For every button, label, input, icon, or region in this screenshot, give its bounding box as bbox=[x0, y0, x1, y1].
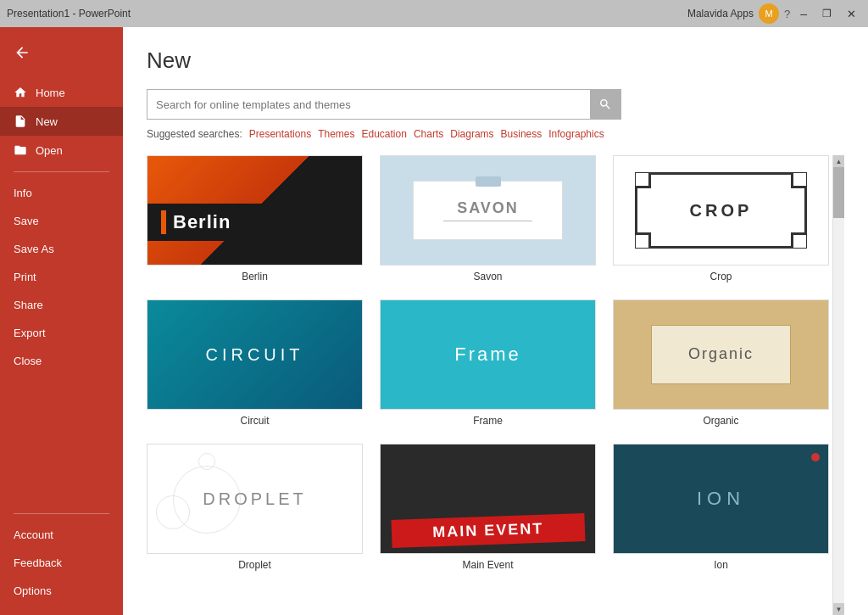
sidebar-item-share[interactable]: Share bbox=[0, 291, 123, 319]
help-button[interactable]: ? bbox=[784, 8, 790, 20]
sidebar-item-home-label: Home bbox=[36, 87, 65, 99]
frame-preview: Frame bbox=[381, 300, 595, 409]
sidebar-item-open[interactable]: Open bbox=[0, 136, 123, 165]
template-card-circuit[interactable]: CIRCUIT Circuit bbox=[147, 299, 363, 427]
sidebar-item-new-label: New bbox=[36, 115, 58, 128]
template-card-berlin[interactable]: Berlin Berlin bbox=[147, 155, 363, 282]
template-card-droplet[interactable]: DROPLET Droplet bbox=[147, 444, 363, 571]
sidebar-item-info[interactable]: Info bbox=[0, 179, 123, 207]
template-name-ion: Ion bbox=[714, 559, 728, 571]
template-name-circuit: Circuit bbox=[240, 415, 269, 427]
scrollbar: ▲ ▼ bbox=[832, 155, 844, 615]
scroll-up-button[interactable]: ▲ bbox=[833, 155, 845, 167]
suggested-link-themes[interactable]: Themes bbox=[318, 128, 354, 140]
close-button[interactable]: ✕ bbox=[842, 8, 861, 20]
sidebar-item-save-label: Save bbox=[14, 215, 39, 227]
template-thumb-berlin: Berlin bbox=[147, 155, 363, 266]
template-card-ion[interactable]: ION Ion bbox=[613, 444, 829, 571]
template-thumb-droplet: DROPLET bbox=[147, 444, 363, 554]
sidebar-item-saveas[interactable]: Save As bbox=[0, 235, 123, 263]
ion-label: ION bbox=[697, 488, 745, 510]
sidebar-item-home[interactable]: Home bbox=[0, 78, 123, 107]
suggested-link-education[interactable]: Education bbox=[362, 128, 407, 140]
maximize-button[interactable]: ❐ bbox=[817, 8, 837, 20]
suggested-link-infographics[interactable]: Infographics bbox=[548, 128, 604, 140]
organic-preview: Organic bbox=[614, 300, 828, 409]
sidebar-divider-bottom bbox=[14, 513, 109, 514]
suggested-link-charts[interactable]: Charts bbox=[414, 128, 443, 140]
search-input[interactable] bbox=[147, 98, 590, 111]
ion-dot bbox=[811, 453, 820, 461]
template-card-organic[interactable]: Organic Organic bbox=[613, 299, 829, 427]
template-card-mainevent[interactable]: MAIN EVENT Main Event bbox=[380, 444, 596, 571]
berlin-label: Berlin bbox=[173, 211, 231, 233]
sidebar-item-save[interactable]: Save bbox=[0, 207, 123, 235]
mainevent-preview: MAIN EVENT bbox=[381, 444, 595, 553]
new-icon bbox=[14, 115, 27, 128]
droplet-circle-3 bbox=[198, 453, 215, 470]
search-icon bbox=[598, 98, 612, 111]
template-thumb-ion: ION bbox=[613, 444, 829, 554]
template-thumb-circuit: CIRCUIT bbox=[147, 299, 363, 410]
sidebar-item-close[interactable]: Close bbox=[0, 347, 123, 375]
scroll-down-button[interactable]: ▼ bbox=[833, 603, 845, 615]
minimize-button[interactable]: – bbox=[795, 7, 812, 20]
template-name-savon: Savon bbox=[473, 271, 502, 282]
template-card-frame[interactable]: Frame Frame bbox=[380, 299, 596, 427]
crop-preview: CROP bbox=[614, 156, 828, 265]
mainevent-label: MAIN EVENT bbox=[432, 520, 544, 542]
template-thumb-crop: CROP bbox=[613, 155, 829, 266]
savon-preview: SAVON bbox=[381, 156, 595, 265]
sidebar-top bbox=[0, 27, 123, 75]
sidebar-item-open-label: Open bbox=[36, 144, 63, 157]
sidebar-item-print[interactable]: Print bbox=[0, 263, 123, 291]
sidebar-item-print-label: Print bbox=[14, 271, 36, 283]
template-name-frame: Frame bbox=[473, 415, 503, 427]
sidebar-item-export-label: Export bbox=[14, 327, 46, 339]
template-card-crop[interactable]: CROP Crop bbox=[613, 155, 829, 282]
sidebar-item-feedback-label: Feedback bbox=[14, 556, 62, 569]
home-icon bbox=[14, 86, 27, 99]
sidebar-item-account[interactable]: Account bbox=[0, 521, 123, 549]
sidebar-item-close-label: Close bbox=[14, 355, 42, 367]
sidebar-item-options-label: Options bbox=[14, 584, 52, 597]
suggested-link-diagrams[interactable]: Diagrams bbox=[450, 128, 493, 140]
suggested-link-business[interactable]: Business bbox=[501, 128, 542, 140]
sidebar: Home New Open Info Save Save As P bbox=[0, 27, 123, 615]
crop-corner-tr bbox=[791, 173, 806, 188]
template-card-savon[interactable]: SAVON Savon bbox=[380, 155, 596, 282]
sidebar-nav: Home New Open bbox=[0, 78, 123, 165]
sidebar-item-feedback[interactable]: Feedback bbox=[0, 549, 123, 577]
sidebar-item-saveas-label: Save As bbox=[14, 243, 54, 255]
suggested-row: Suggested searches: Presentations Themes… bbox=[147, 128, 844, 140]
content-area: New Suggested searches: Presentations Th… bbox=[123, 27, 868, 615]
sidebar-item-new[interactable]: New bbox=[0, 107, 123, 136]
titlebar: Presentation1 - PowerPoint Malavida Apps… bbox=[0, 0, 868, 27]
organic-label: Organic bbox=[688, 345, 754, 363]
sidebar-item-account-label: Account bbox=[14, 528, 53, 541]
sidebar-item-options[interactable]: Options bbox=[0, 577, 123, 605]
savon-clip bbox=[476, 176, 501, 187]
sidebar-divider bbox=[14, 171, 109, 172]
titlebar-user: Malavida Apps M ? – ❐ ✕ bbox=[687, 3, 861, 24]
scrollbar-thumb[interactable] bbox=[833, 167, 844, 218]
templates-scroll[interactable]: Berlin Berlin SAVON bbox=[147, 155, 832, 615]
search-box bbox=[147, 89, 621, 120]
search-row bbox=[147, 89, 844, 120]
back-button[interactable] bbox=[0, 37, 123, 68]
sidebar-bottom: Account Feedback Options bbox=[0, 506, 123, 615]
page-title: New bbox=[147, 48, 844, 74]
back-icon bbox=[14, 44, 31, 61]
suggested-link-presentations[interactable]: Presentations bbox=[249, 128, 311, 140]
templates-wrapper: Berlin Berlin SAVON bbox=[147, 155, 844, 615]
sidebar-item-info-label: Info bbox=[14, 187, 32, 199]
crop-label: CROP bbox=[690, 201, 753, 221]
circuit-label: CIRCUIT bbox=[205, 345, 303, 365]
template-thumb-frame: Frame bbox=[380, 299, 596, 410]
sidebar-item-export[interactable]: Export bbox=[0, 319, 123, 347]
template-name-crop: Crop bbox=[709, 271, 732, 282]
crop-corner-br bbox=[791, 232, 806, 248]
search-button[interactable] bbox=[590, 89, 620, 120]
circuit-preview: CIRCUIT bbox=[147, 300, 362, 409]
scrollbar-thumb-area bbox=[833, 167, 844, 603]
